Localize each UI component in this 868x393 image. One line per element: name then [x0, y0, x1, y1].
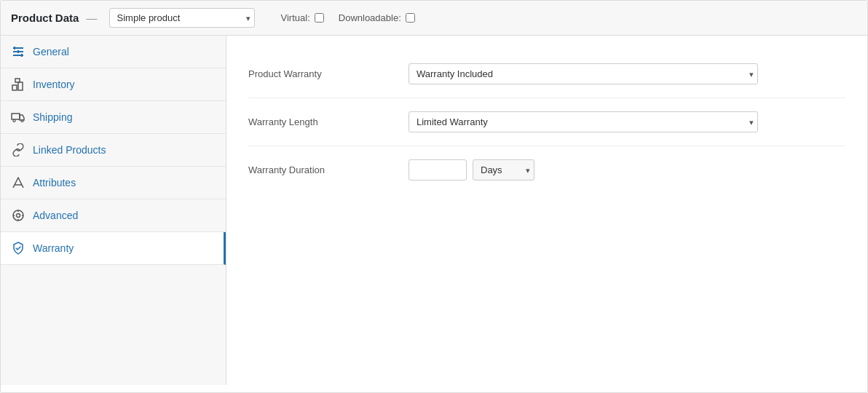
svg-point-10	[13, 120, 15, 122]
warranty-duration-select-wrapper[interactable]: Days Weeks Months Years ▾	[473, 159, 534, 180]
linked-products-icon	[11, 143, 25, 157]
panel-title-dash: —	[87, 12, 98, 24]
product-warranty-select[interactable]: Warranty Included No Warranty	[409, 63, 758, 84]
warranty-length-control: Limited Warranty Lifetime Warranty No Wa…	[409, 111, 845, 132]
svg-point-14	[17, 214, 20, 218]
sidebar-item-linked-products[interactable]: Linked Products	[1, 134, 226, 167]
advanced-icon	[11, 208, 25, 223]
panel-header: Product Data — Simple product Variable p…	[1, 1, 867, 36]
warranty-length-label: Warranty Length	[248, 116, 394, 127]
panel-title-text: Product Data	[11, 12, 79, 24]
warranty-duration-input[interactable]	[409, 159, 467, 180]
warranty-length-select[interactable]: Limited Warranty Lifetime Warranty No Wa…	[409, 111, 758, 132]
product-warranty-control: Warranty Included No Warranty ▾	[409, 63, 845, 84]
sidebar-item-advanced[interactable]: Advanced	[1, 199, 226, 232]
sidebar-item-warranty-label: Warranty	[33, 242, 74, 254]
virtual-label-text: Virtual:	[281, 12, 310, 23]
shipping-icon	[11, 110, 25, 124]
svg-point-13	[13, 210, 23, 221]
sidebar-item-advanced-label: Advanced	[33, 210, 78, 221]
sidebar: General Inventory	[1, 36, 226, 385]
virtual-label[interactable]: Virtual:	[281, 12, 324, 23]
attributes-icon	[11, 175, 25, 190]
panel-body: General Inventory	[1, 36, 867, 385]
svg-rect-7	[18, 82, 23, 90]
main-content: Product Warranty Warranty Included No Wa…	[226, 36, 867, 385]
product-warranty-row: Product Warranty Warranty Included No Wa…	[248, 50, 845, 98]
panel-title: Product Data —	[11, 12, 98, 24]
general-icon	[11, 44, 25, 59]
downloadable-label[interactable]: Downloadable:	[339, 12, 415, 23]
warranty-length-row: Warranty Length Limited Warranty Lifetim…	[248, 98, 845, 146]
product-warranty-label: Product Warranty	[248, 68, 394, 79]
warranty-duration-select[interactable]: Days Weeks Months Years	[473, 159, 534, 180]
warranty-duration-label: Warranty Duration	[248, 164, 394, 175]
warranty-duration-control: Days Weeks Months Years ▾	[409, 159, 845, 180]
product-warranty-select-wrapper[interactable]: Warranty Included No Warranty ▾	[409, 63, 758, 84]
downloadable-checkbox[interactable]	[406, 13, 415, 23]
downloadable-label-text: Downloadable:	[339, 12, 401, 23]
sidebar-item-general[interactable]: General	[1, 36, 226, 68]
sidebar-item-shipping[interactable]: Shipping	[1, 101, 226, 134]
product-data-panel: Product Data — Simple product Variable p…	[0, 0, 868, 393]
sidebar-item-inventory-label: Inventory	[33, 79, 75, 90]
svg-point-11	[21, 120, 23, 122]
sidebar-item-warranty[interactable]: Warranty	[1, 232, 226, 265]
inventory-icon	[11, 77, 25, 92]
sidebar-item-general-label: General	[33, 46, 69, 57]
virtual-checkbox[interactable]	[315, 13, 324, 23]
sidebar-item-linked-products-label: Linked Products	[33, 144, 106, 156]
product-type-wrapper[interactable]: Simple product Variable product Grouped …	[109, 8, 255, 28]
svg-rect-9	[12, 114, 20, 119]
svg-rect-8	[15, 79, 20, 82]
sidebar-item-shipping-label: Shipping	[33, 111, 73, 123]
product-type-select[interactable]: Simple product Variable product Grouped …	[109, 8, 255, 28]
sidebar-item-inventory[interactable]: Inventory	[1, 68, 226, 101]
svg-rect-6	[12, 85, 17, 90]
sidebar-item-attributes-label: Attributes	[33, 177, 76, 188]
warranty-duration-row: Warranty Duration Days Weeks Months Year…	[248, 146, 845, 194]
warranty-length-select-wrapper[interactable]: Limited Warranty Lifetime Warranty No Wa…	[409, 111, 758, 132]
sidebar-item-attributes[interactable]: Attributes	[1, 167, 226, 199]
header-checkboxes: Virtual: Downloadable:	[281, 12, 415, 23]
warranty-icon	[11, 241, 25, 255]
